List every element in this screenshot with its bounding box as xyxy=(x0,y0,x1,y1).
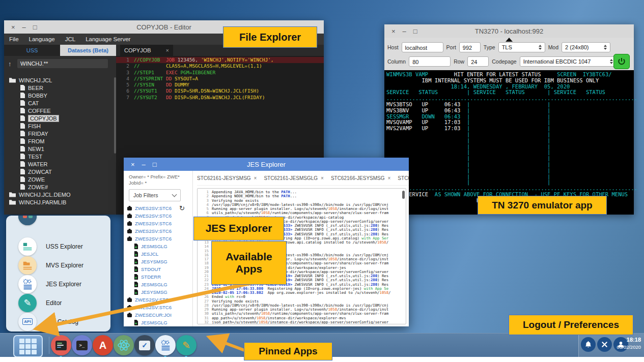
app-item-api-catalog[interactable]: APIAPI Catalog xyxy=(6,312,110,331)
spool-file-item[interactable]: JESMSGLG xyxy=(127,243,192,250)
pinned-react-app[interactable] xyxy=(114,335,134,355)
menu-file[interactable]: File xyxy=(4,36,24,42)
tree-file[interactable]: FROM xyxy=(4,137,113,145)
app-item-partial[interactable] xyxy=(6,216,110,225)
owner-prefix-text: Owner= * Prefix= ZWE* xyxy=(129,174,192,180)
tree-file[interactable]: BOBBY xyxy=(4,92,113,99)
pinned-tasks-app[interactable]: ✓ xyxy=(134,335,155,355)
job-label: JESMSGLG xyxy=(141,320,167,325)
tree-file[interactable]: ZOWE xyxy=(4,175,113,183)
up-directory-icon[interactable]: ↑ xyxy=(8,60,12,68)
spool-file-item[interactable]: JESYSMSG xyxy=(127,288,192,296)
tree-file[interactable]: ZOWE# xyxy=(4,183,113,191)
row-input[interactable]: 24 xyxy=(467,56,489,67)
tree-file-label: ZOWCAT xyxy=(28,169,52,175)
tree-file[interactable]: NEW1 xyxy=(4,145,113,153)
text-segment: ) Res xyxy=(377,283,388,287)
dataset-tree: WINCHJ.JCLBEERBOBBYCATCOFFEECOPYJOBFISHF… xyxy=(4,76,113,215)
menu-jcl[interactable]: JCL xyxy=(60,36,80,42)
spool-file-item[interactable]: JESJCL xyxy=(127,250,192,258)
job-item[interactable]: ZWES2SV:STC6 xyxy=(127,212,192,220)
notifications-button[interactable] xyxy=(581,337,596,352)
app-item-jes-explorer[interactable]: JES Explorer xyxy=(6,275,110,293)
codepage-select[interactable]: International EBCDIC 1047 xyxy=(520,56,617,67)
pinned-editor-app[interactable]: ✎ xyxy=(176,335,197,355)
preferences-button[interactable] xyxy=(597,337,612,352)
tree-file[interactable]: TEST xyxy=(4,153,113,160)
spool-tab[interactable]: STC62161-JESYSMSG× xyxy=(197,175,257,181)
tree-file[interactable]: COFFEE xyxy=(4,107,113,114)
job-item[interactable]: ZWES2SV:STC6↻ xyxy=(127,204,192,212)
field-value: 24 xyxy=(471,59,477,65)
app-item-mvs-explorer[interactable]: MVS Explorer xyxy=(6,256,110,275)
line-number: 14 xyxy=(198,245,212,249)
job-item[interactable]: ZWES2SV:STC6 xyxy=(127,304,192,311)
type-select[interactable]: TLS xyxy=(498,42,545,52)
tree-file[interactable]: CAT xyxy=(4,99,113,107)
job-item[interactable]: ZWES2SV:STC6 xyxy=(127,296,192,304)
tree-file[interactable]: COPYJOB xyxy=(4,114,113,122)
text-segment: MVSQVAMP UP 17:03 xyxy=(386,119,460,125)
port-input[interactable]: 992 xyxy=(459,42,481,52)
line-number: 3 xyxy=(198,199,212,203)
pinned-angular-app[interactable]: A xyxy=(93,335,113,355)
line-number: 1 xyxy=(198,190,212,194)
close-tab-icon[interactable]: × xyxy=(166,47,169,53)
close-tab-icon[interactable]: × xyxy=(321,175,324,181)
spool-tab[interactable]: STC62166-JESM× xyxy=(398,175,409,181)
tree-file[interactable]: ZOWCAT xyxy=(4,168,113,175)
tab-datasets[interactable]: Datasets (Beta) xyxy=(60,45,116,56)
spool-tab[interactable]: STC62161-JESMSGLG× xyxy=(264,175,323,181)
menu-language[interactable]: Language xyxy=(24,36,60,42)
close-tab-icon[interactable]: × xyxy=(388,175,391,181)
spool-tab[interactable]: STC62166-JESYSMSG× xyxy=(331,175,390,181)
text-segment: JOB xyxy=(166,57,178,63)
spool-file-item[interactable]: JESMSGLG xyxy=(127,281,192,288)
pinned-terminal-app[interactable]: >_ xyxy=(72,335,92,355)
mod-select[interactable]: 2 (24x80) xyxy=(562,42,610,52)
tree-folder[interactable]: WINCHJ.JCL.DEMO xyxy=(4,191,113,198)
app-launcher-button[interactable] xyxy=(13,335,43,357)
app-item-uss-explorer[interactable]: USS Explorer xyxy=(6,237,110,256)
select-arrows-icon xyxy=(604,45,607,50)
text-segment: 1058 xyxy=(259,320,268,324)
tree-folder[interactable]: WINCHJ.PARMLIB xyxy=(4,198,113,206)
spool-file-item[interactable]: JESMSGLG xyxy=(127,319,192,326)
job-item[interactable]: ZWES2SV:STC6 xyxy=(127,227,192,235)
close-tab-icon[interactable]: × xyxy=(254,175,257,181)
jes-titlebar: × – □ JES Explorer xyxy=(124,158,409,171)
job-filters-dropdown[interactable]: Job Filters xyxy=(129,189,181,201)
dataset-filter-input[interactable]: WINCHJ.** xyxy=(17,59,108,68)
pinned-jes-explorer-app[interactable] xyxy=(155,335,176,355)
tree-folder-root[interactable]: WINCHJ.JCL xyxy=(4,76,113,84)
app-item-editor[interactable]: ✎Editor xyxy=(6,293,110,312)
job-item[interactable]: ZWESECUR:JOI xyxy=(127,311,192,319)
editor-open-file-tab[interactable]: COPYJOB × xyxy=(120,45,173,56)
menu-language-server[interactable]: Language Server xyxy=(80,36,135,42)
job-item[interactable]: ZWES2SV:STC6 xyxy=(127,235,192,243)
tree-file[interactable]: BEER xyxy=(4,84,113,92)
text-segment: EXEC xyxy=(166,70,181,76)
host-input[interactable]: localhost xyxy=(402,42,443,52)
spool-file-item[interactable]: STDERR xyxy=(127,273,192,281)
line-number: 23 xyxy=(198,283,212,287)
tab-uss[interactable]: USS xyxy=(4,45,60,56)
text-segment: | | xyxy=(460,101,550,107)
log-scrollbar[interactable] xyxy=(402,191,405,199)
tree-file[interactable]: WATER xyxy=(4,160,113,168)
text-segment: /usr/lpp/IBM/cnj/v8r0/IBM/node-latest-os… xyxy=(212,304,388,308)
column-input[interactable]: 80 xyxy=(409,56,451,67)
tree-file[interactable]: FRIDAY xyxy=(4,130,113,137)
spool-file-item[interactable]: JESYSMSG xyxy=(127,258,192,265)
refresh-icon[interactable]: ↻ xyxy=(179,205,185,212)
job-item[interactable]: ZWES2SV:STC6 xyxy=(127,220,192,227)
line-number: 18 xyxy=(198,261,212,265)
text-segment: 280 xyxy=(371,224,377,228)
tree-file[interactable]: FISH xyxy=(4,122,113,130)
bell-icon xyxy=(584,341,592,348)
pinned-code-editor-app[interactable] xyxy=(51,335,71,355)
power-connect-button[interactable] xyxy=(613,54,630,69)
line-number: 4 xyxy=(116,76,134,82)
spool-file-item[interactable]: STDOUT xyxy=(127,265,192,273)
terminal-screen[interactable]: WINMVS3B VAMP HIT ENTER FOR LATEST STATU… xyxy=(384,70,634,215)
